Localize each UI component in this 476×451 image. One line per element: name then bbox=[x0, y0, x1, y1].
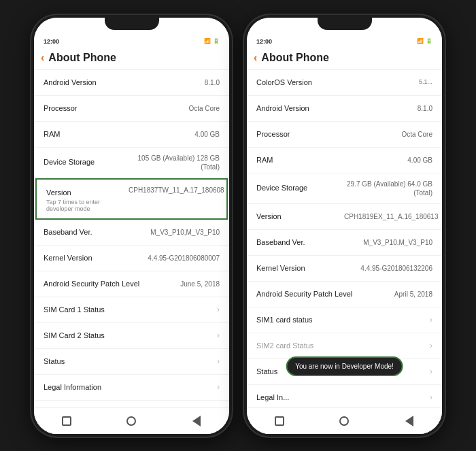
phones-container: 12:00 📶 🔋 ‹ About Phone Android Version … bbox=[31, 15, 445, 437]
status-icons-2: 📶 🔋 bbox=[417, 38, 432, 44]
time-1: 12:00 bbox=[44, 38, 59, 45]
status-icons-1: 📶 🔋 bbox=[204, 38, 220, 44]
list-item: Processor Octa Core bbox=[247, 122, 442, 148]
top-bar-2: ‹ About Phone bbox=[247, 46, 442, 70]
version-item-1[interactable]: Version Tap 7 times to enter developer m… bbox=[35, 178, 228, 220]
back-arrow-1[interactable]: ‹ bbox=[41, 52, 44, 64]
notch-2 bbox=[318, 18, 372, 30]
list-item[interactable]: SIM2 card Status › bbox=[247, 333, 442, 359]
bottom-bar-1 bbox=[34, 407, 229, 434]
list-item[interactable]: SIM Card 1 Status › bbox=[34, 297, 229, 323]
list-item: Android Security Patch Level June 5, 201… bbox=[34, 271, 229, 297]
status-bar-2: 12:00 📶 🔋 bbox=[247, 37, 442, 46]
list-item[interactable]: Legal Information › bbox=[34, 375, 229, 401]
phone-1: 12:00 📶 🔋 ‹ About Phone Android Version … bbox=[31, 15, 232, 437]
list-item: Kernel Version 4.4.95-G201806132206 bbox=[247, 256, 442, 282]
nav-circle-2[interactable] bbox=[337, 414, 352, 429]
notch-1 bbox=[105, 18, 159, 30]
list-item[interactable]: Status › bbox=[34, 349, 229, 375]
list-item[interactable]: Version CPH1819EX_11_A.16_180613 bbox=[247, 204, 442, 230]
list-item: Baseband Ver. M_V3_P10,M_V3_P10 bbox=[34, 220, 229, 246]
time-2: 12:00 bbox=[256, 38, 272, 45]
phone-2: 12:00 📶 🔋 ‹ About Phone ColorOS Version … bbox=[244, 15, 445, 437]
screen-1: ‹ About Phone Android Version 8.1.0 Proc… bbox=[34, 46, 229, 407]
notch-bar-1 bbox=[34, 18, 229, 37]
bottom-bar-2 bbox=[247, 407, 442, 434]
list-item: ColorOS Version 5.1... bbox=[247, 70, 442, 96]
list-item: Baseband Ver. M_V3_P10,M_V3_P10 bbox=[247, 230, 442, 256]
nav-triangle-1[interactable] bbox=[189, 414, 204, 429]
list-2: ColorOS Version 5.1... Android Version 8… bbox=[247, 70, 442, 407]
list-item: Android Version 8.1.0 bbox=[247, 96, 442, 122]
list-item[interactable]: SIM1 card status › bbox=[247, 307, 442, 333]
list-item[interactable]: Regulatory › bbox=[34, 401, 229, 407]
nav-circle-1[interactable] bbox=[124, 414, 139, 429]
page-title-1: About Phone bbox=[48, 52, 116, 64]
list-1: Android Version 8.1.0 Processor Octa Cor… bbox=[34, 70, 229, 407]
screen-2: ‹ About Phone ColorOS Version 5.1... And… bbox=[247, 46, 442, 407]
top-bar-1: ‹ About Phone bbox=[34, 46, 229, 70]
nav-square-1[interactable] bbox=[59, 414, 74, 429]
list-item: Device Storage 29.7 GB (Available) 64.0 … bbox=[247, 173, 442, 204]
list-item[interactable]: SIM Card 2 Status › bbox=[34, 323, 229, 349]
list-item: RAM 4.00 GB bbox=[34, 122, 229, 148]
list-item: Android Version 8.1.0 bbox=[34, 70, 229, 96]
page-title-2: About Phone bbox=[261, 52, 329, 64]
nav-triangle-2[interactable] bbox=[402, 414, 417, 429]
list-item: Processor Octa Core bbox=[34, 96, 229, 122]
list-item: Android Security Patch Level April 5, 20… bbox=[247, 282, 442, 307]
nav-square-2[interactable] bbox=[272, 414, 287, 429]
legal-item-2[interactable]: Legal In... › You are now in Developer M… bbox=[247, 385, 442, 407]
notch-bar-2 bbox=[247, 18, 442, 37]
status-bar-1: 12:00 📶 🔋 bbox=[34, 37, 229, 46]
list-item: Device Storage 105 GB (Available) 128 GB… bbox=[34, 148, 229, 178]
back-arrow-2[interactable]: ‹ bbox=[254, 52, 257, 64]
developer-mode-toast: You are now in Developer Mode! bbox=[286, 356, 403, 376]
list-item: Kernel Version 4.4.95-G201806080007 bbox=[34, 246, 229, 271]
list-item: RAM 4.00 GB bbox=[247, 148, 442, 173]
